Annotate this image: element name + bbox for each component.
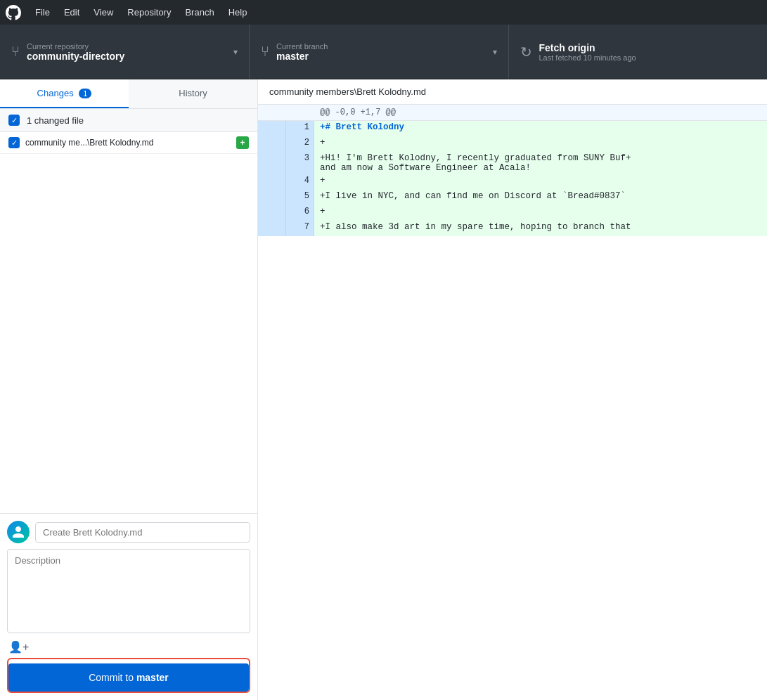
- tab-changes[interactable]: Changes 1: [0, 79, 129, 108]
- menu-repository[interactable]: Repository: [122, 4, 176, 20]
- branch-icon: ⑂: [261, 44, 269, 60]
- commit-description-input[interactable]: [7, 549, 250, 633]
- fetch-sublabel: Last fetched 10 minutes ago: [539, 53, 756, 62]
- select-all-checkbox[interactable]: ✓: [8, 115, 20, 126]
- diff-line-content: +: [314, 174, 767, 190]
- diff-line-new-num: 7: [286, 221, 314, 236]
- repo-icon: ⑂: [11, 44, 20, 60]
- diff-line-content: +Hi! I'm Brett Kolodny, I recently gradu…: [314, 152, 767, 174]
- diff-line-old-num: [258, 121, 286, 136]
- diff-line-content: +: [314, 136, 767, 152]
- diff-line-content: +I also make 3d art in my spare time, ho…: [314, 221, 767, 236]
- github-logo-icon: [6, 5, 21, 20]
- diff-line: 2 +: [258, 136, 767, 152]
- diff-line: 1 +# Brett Kolodny: [258, 121, 767, 136]
- breadcrumb: community members\Brett Kolodny.md: [258, 79, 767, 105]
- diff-line-old-num: [258, 174, 286, 190]
- add-coauthor-button[interactable]: 👤+: [7, 636, 250, 658]
- diff-line-old-num: [258, 190, 286, 205]
- branch-selector[interactable]: ⑂ Current branch master ▾: [250, 25, 509, 79]
- branch-name: master: [276, 51, 486, 62]
- main-area: Changes 1 History ✓ 1 changed file ✓ com…: [0, 79, 767, 700]
- add-coauthor-icon: 👤+: [8, 640, 29, 654]
- breadcrumb-path: community members\: [269, 86, 356, 97]
- diff-line: 4 +: [258, 174, 767, 190]
- diff-line-old-num: [258, 136, 286, 152]
- repo-name: community-directory: [27, 51, 226, 62]
- diff-line-old-num: [258, 205, 286, 221]
- file-checkbox[interactable]: ✓: [8, 137, 20, 148]
- diff-empty-space: [258, 236, 767, 517]
- changed-files-header: ✓ 1 changed file: [0, 109, 257, 132]
- diff-line-new-num: 2: [286, 136, 314, 152]
- diff-hunk-header: @@ -0,0 +1,7 @@: [258, 105, 767, 121]
- file-list: ✓ community me...\Brett Kolodny.md +: [0, 132, 257, 513]
- repo-selector[interactable]: ⑂ Current repository community-directory…: [0, 25, 250, 79]
- menu-edit[interactable]: Edit: [58, 4, 85, 20]
- diff-line-content: +# Brett Kolodny: [314, 121, 767, 136]
- diff-line-new-num: 6: [286, 205, 314, 221]
- diff-line-new-num: 4: [286, 174, 314, 190]
- menu-branch[interactable]: Branch: [179, 4, 219, 20]
- diff-line-old-num: [258, 152, 286, 174]
- branch-info: Current branch master: [276, 42, 486, 62]
- repo-chevron-icon: ▾: [233, 47, 238, 57]
- commit-section: 👤+ Commit to master: [0, 513, 257, 700]
- fetch-info: Fetch origin Last fetched 10 minutes ago: [539, 42, 756, 62]
- diff-line-new-num: 1: [286, 121, 314, 136]
- commit-header: [7, 521, 250, 543]
- diff-line-content: +I live in NYC, and can find me on Disco…: [314, 190, 767, 205]
- changes-badge: 1: [79, 89, 91, 98]
- diff-line: 7 +I also make 3d art in my spare time, …: [258, 221, 767, 236]
- menu-bar: File Edit View Repository Branch Help: [0, 0, 767, 25]
- commit-button-wrapper: Commit to master: [7, 658, 250, 693]
- fetch-origin-button[interactable]: ↻ Fetch origin Last fetched 10 minutes a…: [509, 25, 768, 79]
- changed-files-count: 1 changed file: [27, 115, 84, 126]
- file-status-added-icon: +: [236, 136, 249, 149]
- fetch-icon: ↻: [520, 44, 532, 60]
- hunk-header-text: @@ -0,0 +1,7 @@: [320, 108, 396, 117]
- diff-content: @@ -0,0 +1,7 @@ 1 +# Brett Kolodny 2 + 3…: [258, 105, 767, 700]
- diff-line: 6 +: [258, 205, 767, 221]
- repo-info: Current repository community-directory: [27, 42, 226, 62]
- avatar: [7, 521, 30, 543]
- diff-line-old-num: [258, 221, 286, 236]
- repo-label: Current repository: [27, 42, 226, 51]
- breadcrumb-file: Brett Kolodny.md: [356, 86, 426, 97]
- menu-file[interactable]: File: [30, 4, 56, 20]
- menu-view[interactable]: View: [88, 4, 119, 20]
- diff-line: 5 +I live in NYC, and can find me on Dis…: [258, 190, 767, 205]
- file-name: community me...\Brett Kolodny.md: [25, 138, 236, 148]
- list-item[interactable]: ✓ community me...\Brett Kolodny.md +: [0, 132, 257, 154]
- branch-chevron-icon: ▾: [493, 47, 497, 57]
- diff-line-new-num: 5: [286, 190, 314, 205]
- fetch-label: Fetch origin: [539, 42, 756, 53]
- branch-label: Current branch: [276, 42, 486, 51]
- tab-history[interactable]: History: [129, 79, 257, 108]
- diff-line-content: +: [314, 205, 767, 221]
- diff-area: community members\Brett Kolodny.md @@ -0…: [258, 79, 767, 700]
- diff-line: 3 +Hi! I'm Brett Kolodny, I recently gra…: [258, 152, 767, 174]
- menu-help[interactable]: Help: [223, 4, 253, 20]
- diff-line-new-num: 3: [286, 152, 314, 174]
- sidebar-tabs: Changes 1 History: [0, 79, 257, 109]
- commit-button[interactable]: Commit to master: [8, 663, 249, 692]
- toolbar: ⑂ Current repository community-directory…: [0, 25, 767, 79]
- commit-title-input[interactable]: [35, 522, 250, 543]
- sidebar: Changes 1 History ✓ 1 changed file ✓ com…: [0, 79, 258, 700]
